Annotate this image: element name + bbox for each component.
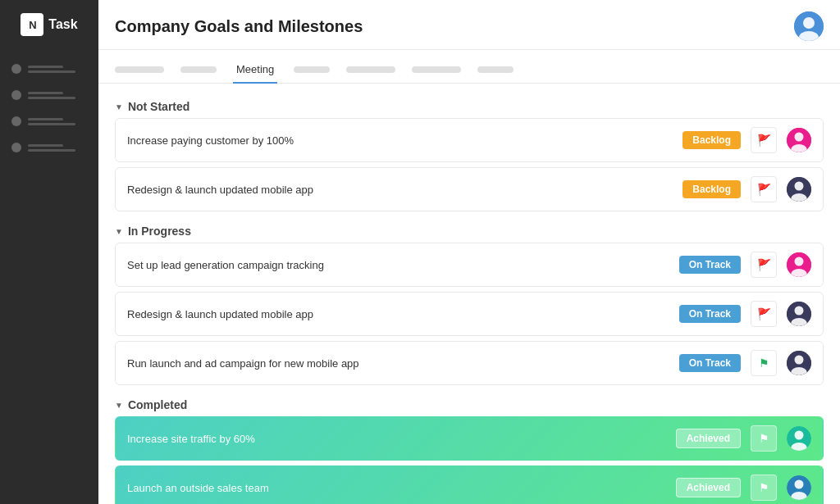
status-badge[interactable]: On Track bbox=[679, 305, 741, 323]
section-label-in-progress: In Progress bbox=[128, 225, 191, 238]
nav-line bbox=[28, 70, 75, 73]
avatar-figure-icon bbox=[787, 252, 811, 277]
task-avatar bbox=[787, 177, 811, 202]
logo-icon: N bbox=[21, 13, 43, 36]
section-in-progress: ▼ In Progress Set up lead generation cam… bbox=[115, 218, 824, 385]
status-badge[interactable]: On Track bbox=[679, 256, 741, 274]
chevron-down-icon: ▼ bbox=[115, 227, 123, 236]
task-avatar bbox=[787, 128, 811, 152]
task-row: Redesign & launch updated mobile app Bac… bbox=[115, 167, 824, 211]
avatar-figure-icon bbox=[787, 426, 811, 451]
nav-line bbox=[28, 149, 75, 152]
nav-lines-4 bbox=[28, 144, 87, 152]
task-row: Run launch and ad campaign for new mobil… bbox=[115, 341, 824, 385]
task-row-completed: Increase site traffic by 60% Achieved ⚑ bbox=[115, 416, 824, 461]
flag-button[interactable]: 🚩 bbox=[751, 252, 777, 278]
content-area: ▼ Not Started Increase paying customer b… bbox=[98, 84, 840, 504]
nav-line bbox=[28, 97, 75, 99]
nav-line bbox=[28, 66, 63, 68]
logo-text: Task bbox=[48, 17, 77, 32]
nav-line bbox=[28, 123, 75, 125]
section-label-not-started: Not Started bbox=[128, 100, 189, 113]
user-avatar-icon bbox=[794, 11, 824, 41]
task-row: Set up lead generation campaign tracking… bbox=[115, 243, 824, 287]
sidebar-item-3[interactable] bbox=[0, 108, 98, 134]
task-avatar bbox=[787, 252, 811, 277]
svg-point-16 bbox=[795, 356, 804, 365]
nav-line bbox=[28, 92, 63, 94]
tab-pill-4[interactable] bbox=[346, 66, 395, 73]
section-header-completed[interactable]: ▼ Completed bbox=[115, 392, 824, 416]
svg-point-10 bbox=[795, 257, 804, 266]
nav-circle-2 bbox=[11, 90, 21, 100]
task-name: Run launch and ad campaign for new mobil… bbox=[127, 357, 669, 370]
section-completed: ▼ Completed Increase site traffic by 60%… bbox=[115, 392, 824, 504]
page-title: Company Goals and Milestones bbox=[115, 17, 363, 36]
avatar-figure-icon bbox=[787, 302, 811, 326]
svg-point-1 bbox=[803, 17, 815, 29]
tab-pill-1[interactable] bbox=[115, 66, 164, 73]
status-badge[interactable]: Backlog bbox=[682, 180, 741, 198]
nav-circle-4 bbox=[11, 143, 21, 152]
avatar-figure-icon bbox=[787, 128, 811, 152]
nav-lines-1 bbox=[28, 66, 87, 73]
tab-pill-3[interactable] bbox=[294, 66, 330, 73]
avatar-figure-icon bbox=[787, 177, 811, 202]
flag-button[interactable]: 🚩 bbox=[751, 301, 777, 327]
flag-button[interactable]: 🚩 bbox=[751, 176, 777, 202]
sidebar-item-4[interactable] bbox=[0, 134, 98, 161]
nav-circle-3 bbox=[11, 116, 21, 126]
user-avatar-header[interactable] bbox=[794, 11, 824, 41]
section-label-completed: Completed bbox=[128, 398, 187, 411]
svg-point-19 bbox=[795, 431, 804, 440]
tab-pill-5[interactable] bbox=[412, 66, 461, 73]
section-header-in-progress[interactable]: ▼ In Progress bbox=[115, 218, 824, 243]
task-name: Increase site traffic by 60% bbox=[127, 433, 666, 445]
status-badge[interactable]: On Track bbox=[679, 354, 741, 372]
task-avatar bbox=[787, 351, 811, 375]
task-row: Redesign & launch updated mobile app On … bbox=[115, 292, 824, 336]
task-name: Redesign & launch updated mobile app bbox=[127, 184, 673, 196]
nav-line bbox=[28, 144, 63, 147]
flag-button[interactable]: ⚑ bbox=[751, 350, 777, 376]
task-row-completed: Launch an outside sales team Achieved ⚑ bbox=[115, 465, 824, 504]
flag-button[interactable]: ⚑ bbox=[751, 474, 777, 501]
sidebar-item-1[interactable] bbox=[0, 56, 98, 82]
avatar-figure-icon bbox=[787, 475, 811, 500]
flag-button[interactable]: ⚑ bbox=[751, 425, 777, 452]
tab-pill-6[interactable] bbox=[477, 66, 514, 73]
nav-circle-1 bbox=[11, 64, 21, 74]
status-badge[interactable]: Backlog bbox=[682, 131, 741, 149]
svg-point-22 bbox=[795, 480, 804, 489]
task-row: Increase paying customer by 100% Backlog… bbox=[115, 118, 824, 162]
flag-button[interactable]: 🚩 bbox=[751, 127, 777, 153]
section-not-started: ▼ Not Started Increase paying customer b… bbox=[115, 93, 824, 211]
task-name: Launch an outside sales team bbox=[127, 482, 666, 494]
app-logo[interactable]: N Task bbox=[14, 10, 84, 39]
chevron-down-icon: ▼ bbox=[115, 401, 123, 410]
svg-point-4 bbox=[795, 133, 804, 142]
task-name: Set up lead generation campaign tracking bbox=[127, 259, 669, 271]
nav-lines-2 bbox=[28, 92, 87, 99]
nav-lines-3 bbox=[28, 118, 87, 125]
section-header-not-started[interactable]: ▼ Not Started bbox=[115, 93, 824, 118]
avatar-figure-icon bbox=[787, 351, 811, 375]
page-header: Company Goals and Milestones bbox=[98, 0, 840, 50]
svg-point-13 bbox=[795, 306, 804, 316]
sidebar-item-2[interactable] bbox=[0, 82, 98, 108]
tab-pill-2[interactable] bbox=[180, 66, 217, 73]
tab-bar: Meeting bbox=[98, 50, 840, 84]
task-name: Increase paying customer by 100% bbox=[127, 134, 673, 147]
main-content: Company Goals and Milestones Meeting ▼ N… bbox=[98, 0, 840, 504]
status-badge[interactable]: Achieved bbox=[676, 478, 741, 497]
task-name: Redesign & launch updated mobile app bbox=[127, 308, 669, 320]
status-badge[interactable]: Achieved bbox=[676, 429, 741, 448]
task-avatar bbox=[787, 475, 811, 500]
task-avatar bbox=[787, 426, 811, 451]
nav-line bbox=[28, 118, 63, 120]
tab-meeting[interactable]: Meeting bbox=[233, 57, 277, 84]
chevron-down-icon: ▼ bbox=[115, 102, 123, 111]
sidebar: N Task bbox=[0, 0, 98, 504]
task-avatar bbox=[787, 302, 811, 326]
svg-point-7 bbox=[795, 182, 804, 191]
